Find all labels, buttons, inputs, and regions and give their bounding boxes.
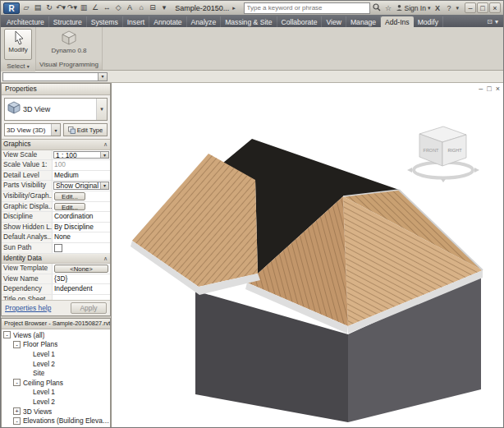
close-button[interactable]: × (489, 2, 501, 13)
ribbon-tab[interactable]: Structure (49, 16, 87, 27)
drawing-area[interactable]: – □ × (112, 83, 503, 428)
modify-tool-button[interactable]: Modify (4, 29, 32, 60)
property-value[interactable]: Edit... (54, 203, 85, 211)
property-value[interactable]: Medium (53, 171, 110, 181)
property-value[interactable] (53, 295, 110, 300)
exchange-apps-icon[interactable]: X (433, 4, 442, 12)
property-value[interactable]: 1 : 100 (53, 151, 109, 159)
type-selector-label: 3D View (23, 105, 96, 113)
compass-south-tick[interactable] (441, 179, 446, 182)
tree-item[interactable]: - Views (all) (2, 330, 110, 340)
combo-caret-icon[interactable]: ▾ (98, 73, 107, 81)
ribbon-tab[interactable]: Architecture (2, 16, 49, 27)
help-icon[interactable]: ? (444, 4, 453, 12)
tree-expand-icon[interactable]: - (13, 341, 21, 348)
ribbon-tab[interactable]: Analyze (187, 16, 222, 27)
qat-icon[interactable]: ↻ (44, 2, 55, 13)
qat-icon[interactable]: ▤ (32, 2, 44, 13)
tree-item[interactable]: - Ceiling Plans (2, 378, 110, 388)
options-combobox[interactable]: ▾ (2, 72, 108, 81)
tree-expand-icon[interactable]: - (3, 331, 11, 338)
dynamo-button[interactable]: Dynamo 0.8 (49, 29, 88, 55)
instance-selector[interactable]: 3D View (3D) ▾ (4, 123, 61, 136)
tree-item[interactable]: Level 1 (2, 388, 110, 398)
tree-item-label: Level 2 (33, 360, 55, 368)
qat-icon[interactable]: ↔ (101, 2, 112, 13)
qat-icon[interactable]: ⌂ (135, 2, 147, 13)
tree-item[interactable]: Site (2, 368, 110, 378)
view-restore-icon[interactable]: □ (487, 85, 491, 93)
ribbon-tab[interactable]: Systems (87, 16, 123, 27)
type-selector[interactable]: 3D View ▾ (4, 98, 108, 121)
property-value[interactable] (53, 243, 110, 253)
ribbon-tab[interactable]: Collaborate (277, 16, 323, 27)
3d-model-view[interactable]: FRONT RIGHT (112, 83, 503, 428)
qat-icon[interactable]: ⊟ (147, 2, 158, 13)
property-label: Parts Visibility (2, 181, 53, 191)
qat-icon[interactable]: A (124, 2, 135, 13)
tree-item[interactable]: - Floor Plans (2, 340, 110, 350)
select-panel-label[interactable]: Select ▾ (1, 62, 35, 71)
qat-icon[interactable]: ∠ (89, 2, 101, 13)
title-caret-icon[interactable]: ▸ (232, 5, 236, 12)
sign-in-button[interactable]: Sign In ▾ (396, 4, 431, 12)
tree-item[interactable]: Level 1 (2, 349, 110, 359)
instance-selector-caret-icon[interactable]: ▾ (51, 124, 60, 136)
ribbon-tab[interactable]: Add-Ins (381, 16, 414, 27)
search-input[interactable] (244, 2, 370, 14)
view-minimize-icon[interactable]: – (479, 85, 483, 93)
edit-type-button[interactable]: Edit Type (63, 123, 108, 136)
viewcube[interactable]: FRONT RIGHT (407, 127, 479, 182)
project-browser-tree: - Views (all) - Floor Plans Level 1 (2, 329, 110, 428)
tree-item[interactable]: Level 2 (2, 397, 110, 407)
help-caret-icon[interactable]: ▾ (456, 5, 459, 12)
property-value[interactable]: {3D} (53, 274, 110, 284)
tree-item[interactable]: Level 2 (2, 359, 110, 369)
favorites-star-icon[interactable]: ☆ (384, 4, 393, 12)
left-dock: Properties 3D View ▾ 3D View (1, 83, 112, 428)
qat-icon[interactable]: ▥ (78, 2, 89, 13)
property-label: Default Analys... (2, 232, 53, 242)
ribbon-tab[interactable]: Annotate (149, 16, 186, 27)
tree-item[interactable]: + 3D Views (2, 407, 110, 416)
ribbon-tab[interactable]: Modify (414, 16, 443, 27)
tree-item[interactable]: - Elevations (Building Elevation (2, 416, 110, 426)
project-browser: Project Browser - Sample-20150827.rvt × … (1, 318, 111, 428)
binoculars-search-icon[interactable] (373, 3, 382, 13)
property-value[interactable]: <None> (54, 265, 108, 273)
ribbon-tab[interactable]: View (322, 16, 346, 27)
edit-type-icon (68, 127, 76, 134)
type-selector-caret-icon[interactable]: ▾ (96, 99, 107, 120)
property-value[interactable]: Show Original (53, 182, 109, 190)
ribbon-tab[interactable]: Massing & Site (221, 16, 277, 27)
qat-icon[interactable]: ↶▾ (55, 2, 66, 13)
tree-expand-icon[interactable]: - (13, 417, 21, 425)
qat-icon[interactable]: ◇ (112, 2, 124, 13)
ribbon-display-toggle[interactable]: ⊡ ▾ (483, 18, 502, 27)
tree-expand-icon[interactable]: - (13, 379, 21, 386)
compass-east-tick[interactable] (474, 168, 479, 173)
property-value[interactable]: By Discipline (53, 223, 110, 232)
property-value[interactable]: Coordination (53, 212, 110, 222)
maximize-button[interactable]: □ (477, 2, 488, 13)
property-value[interactable]: None (53, 232, 110, 242)
apply-button[interactable]: Apply (71, 302, 107, 314)
application-menu-button[interactable]: R (3, 2, 20, 14)
property-value[interactable]: Edit... (54, 192, 85, 200)
view-close-icon[interactable]: × (496, 85, 500, 93)
minimize-button[interactable]: – (465, 2, 476, 13)
qat-icon[interactable]: ↷▾ (66, 2, 78, 13)
tree-expand-icon[interactable]: + (13, 407, 21, 415)
property-row: View Scale 1 : 100 (2, 150, 110, 161)
roof-left-planks (132, 154, 258, 287)
properties-help-link[interactable]: Properties help (5, 304, 51, 312)
properties-palette-header[interactable]: Properties (2, 84, 110, 95)
qat-icon[interactable]: ▾ (158, 2, 170, 13)
property-value[interactable]: Independent (53, 284, 110, 294)
compass-west-tick[interactable] (407, 168, 412, 173)
ribbon-tab[interactable]: Manage (346, 16, 381, 27)
project-browser-header[interactable]: Project Browser - Sample-20150827.rvt × (2, 319, 110, 329)
qat-icon[interactable]: ▱ (21, 2, 32, 13)
ribbon-tab[interactable]: Insert (123, 16, 150, 27)
property-value[interactable]: 100 (53, 160, 110, 170)
